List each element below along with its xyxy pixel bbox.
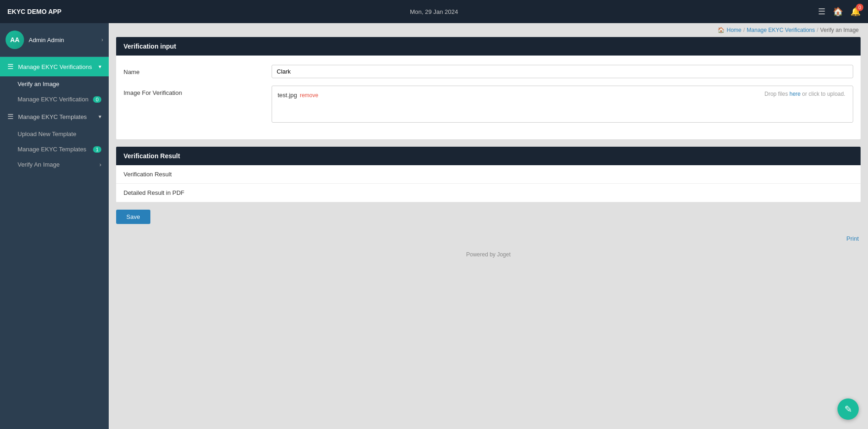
footer-text: Powered by Joget [466,251,510,258]
sidebar-username: Admin Admin [29,37,64,44]
breadcrumb-sep1: / [744,27,745,33]
sidebar-sub-label-verify-image: Verify an Image [18,81,59,87]
verification-input-card: Verification input Name Image For Verifi… [116,37,861,139]
user-arrow-icon: › [101,37,103,43]
file-name: test.jpg [278,92,297,99]
topbar-date: Mon, 29 Jan 2024 [410,8,458,15]
sidebar-sub-label-manage-ekyc-templates-sub: Manage EKYC Templates [18,146,87,153]
sidebar-label-manage-ekyc-verifications: Manage EKYC Verifications [18,63,92,70]
date-text: Mon, 29 Jan 2024 [410,8,458,15]
upload-hint: Drop files here or click to upload. [764,91,845,97]
manage-ekyc-verification-badge: 0 [93,96,101,103]
name-input[interactable] [272,65,853,78]
sidebar-sub-label-manage-ekyc-verification: Manage EKYC Verification [18,96,88,103]
sidebar-item-manage-ekyc-verifications[interactable]: ☰ Manage EKYC Verifications ▾ [0,57,109,76]
sidebar-sub-verify-an-image[interactable]: Verify An Image › [0,157,109,172]
sidebar-sub-upload-new-template[interactable]: Upload New Template [0,126,109,142]
manage-ekyc-templates-badge: 1 [93,146,101,153]
name-label: Name [124,65,272,75]
home-icon[interactable]: 🏠 [833,6,843,17]
upload-hint-link[interactable]: here [789,91,800,97]
breadcrumb-sep2: / [817,27,818,33]
result-pdf-label: Detailed Result in PDF [124,189,185,196]
nav-icon-templates: ☰ [7,112,13,121]
avatar-initials: AA [10,36,19,44]
result-row-label: Verification Result [116,165,861,184]
sidebar-item-manage-ekyc-templates[interactable]: ☰ Manage EKYC Templates ▾ [0,107,109,126]
layout: AA Admin Admin › ☰ Manage EKYC Verificat… [0,23,868,429]
verification-input-header: Verification input [116,37,861,56]
sidebar-sub-manage-ekyc-verification[interactable]: Manage EKYC Verification 0 [0,92,109,107]
result-label: Verification Result [124,171,172,178]
app-title: EKYC DEMO APP [7,8,62,15]
image-row: Image For Verification Drop files here o… [124,86,853,123]
image-label: Image For Verification [124,86,272,96]
nav-arrow-verifications: ▾ [99,63,101,70]
sidebar-sub-verify-image[interactable]: Verify an Image [0,76,109,92]
verification-result-body: Verification Result Detailed Result in P… [116,165,861,202]
main-content: 🏠 Home / Manage EKYC Verifications / Ver… [109,23,868,429]
sidebar-label-manage-ekyc-templates: Manage EKYC Templates [18,113,87,120]
file-upload-area[interactable]: Drop files here or click to upload. test… [272,86,853,123]
sidebar-sub-label-upload-new-template: Upload New Template [18,131,76,137]
verification-result-card: Verification Result Verification Result … [116,147,861,202]
footer: Powered by Joget [109,246,868,263]
nav-arrow-templates: ▾ [99,113,101,120]
name-row: Name [124,65,853,78]
sidebar: AA Admin Admin › ☰ Manage EKYC Verificat… [0,23,109,429]
print-label[interactable]: Print [846,235,859,242]
sidebar-sub-label-verify-an-image: Verify An Image [18,161,60,168]
home-icon-breadcrumb: 🏠 [718,27,725,33]
verification-result-title: Verification Result [124,152,180,160]
result-pdf-row: Detailed Result in PDF [116,184,861,202]
breadcrumb-current: Verify an Image [820,27,859,33]
hamburger-icon[interactable]: ☰ [818,6,825,17]
verify-image-arrow: › [99,161,101,168]
sidebar-user[interactable]: AA Admin Admin › [0,23,109,57]
sidebar-sub-manage-ekyc-templates[interactable]: Manage EKYC Templates 1 [0,142,109,157]
file-item: test.jpg remove [278,92,847,99]
print-link[interactable]: Print [109,231,868,246]
save-button[interactable]: Save [116,210,150,224]
breadcrumb-home[interactable]: Home [726,27,741,33]
notification-badge: 0 [856,4,863,11]
breadcrumb: 🏠 Home / Manage EKYC Verifications / Ver… [109,23,868,37]
topbar-actions: ☰ 🏠 🔔 0 [818,6,861,17]
avatar: AA [6,31,24,49]
nav-icon-verifications: ☰ [7,62,13,71]
breadcrumb-manage[interactable]: Manage EKYC Verifications [747,27,815,33]
verification-input-body: Name Image For Verification Drop files h… [116,56,861,139]
verification-result-header: Verification Result [116,147,861,165]
verification-input-title: Verification input [124,43,176,50]
topbar: EKYC DEMO APP Mon, 29 Jan 2024 ☰ 🏠 🔔 0 [0,0,868,23]
fab-icon: ✎ [844,404,852,415]
file-remove[interactable]: remove [300,92,318,99]
fab-button[interactable]: ✎ [837,398,859,420]
notification-icon[interactable]: 🔔 0 [850,6,861,17]
